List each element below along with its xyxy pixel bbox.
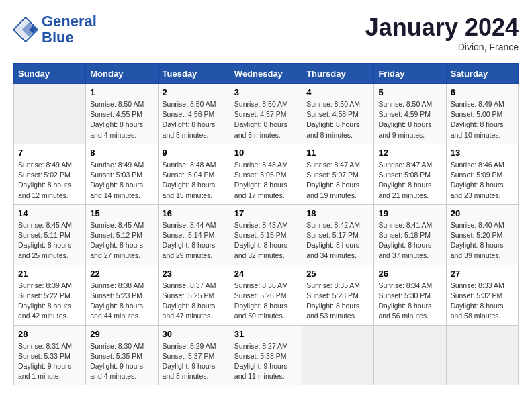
calendar-cell: 1 Sunrise: 8:50 AMSunset: 4:55 PMDayligh… — [86, 84, 158, 144]
day-info: Sunrise: 8:49 AMSunset: 5:03 PMDaylight:… — [90, 160, 153, 201]
week-row-1: 1 Sunrise: 8:50 AMSunset: 4:55 PMDayligh… — [14, 84, 519, 144]
day-info: Sunrise: 8:45 AMSunset: 5:11 PMDaylight:… — [18, 220, 81, 261]
calendar-cell: 2 Sunrise: 8:50 AMSunset: 4:56 PMDayligh… — [158, 84, 230, 144]
day-number: 29 — [90, 329, 153, 339]
day-number: 7 — [18, 148, 81, 158]
day-info: Sunrise: 8:33 AMSunset: 5:32 PMDaylight:… — [451, 281, 514, 322]
day-number: 9 — [163, 148, 226, 158]
calendar-cell: 10 Sunrise: 8:48 AMSunset: 5:05 PMDaylig… — [230, 144, 302, 204]
calendar-cell: 23 Sunrise: 8:37 AMSunset: 5:25 PMDaylig… — [158, 265, 230, 325]
day-number: 15 — [90, 208, 153, 218]
day-info: Sunrise: 8:48 AMSunset: 5:04 PMDaylight:… — [163, 160, 226, 201]
calendar-cell: 22 Sunrise: 8:38 AMSunset: 5:23 PMDaylig… — [86, 265, 158, 325]
day-info: Sunrise: 8:41 AMSunset: 5:18 PMDaylight:… — [378, 220, 441, 261]
location-subtitle: Divion, France — [365, 42, 519, 52]
day-info: Sunrise: 8:49 AMSunset: 5:00 PMDaylight:… — [451, 99, 514, 140]
day-number: 31 — [234, 329, 298, 339]
day-number: 1 — [90, 87, 153, 97]
title-area: January 2024 Divion, France — [365, 13, 519, 52]
day-info: Sunrise: 8:40 AMSunset: 5:20 PMDaylight:… — [451, 220, 514, 261]
day-number: 6 — [451, 87, 514, 97]
calendar-cell — [302, 325, 374, 385]
day-info: Sunrise: 8:30 AMSunset: 5:35 PMDaylight:… — [90, 341, 153, 382]
day-info: Sunrise: 8:29 AMSunset: 5:37 PMDaylight:… — [163, 341, 226, 382]
day-number: 30 — [163, 329, 226, 339]
day-number: 25 — [306, 269, 369, 279]
calendar-cell: 4 Sunrise: 8:50 AMSunset: 4:58 PMDayligh… — [302, 84, 374, 144]
day-number: 17 — [234, 208, 298, 218]
calendar-cell: 13 Sunrise: 8:46 AMSunset: 5:09 PMDaylig… — [446, 144, 518, 204]
calendar-cell: 8 Sunrise: 8:49 AMSunset: 5:03 PMDayligh… — [86, 144, 158, 204]
day-header-monday: Monday — [86, 64, 158, 84]
day-number: 27 — [451, 269, 514, 279]
day-number: 21 — [18, 269, 81, 279]
calendar-cell: 6 Sunrise: 8:49 AMSunset: 5:00 PMDayligh… — [446, 84, 518, 144]
week-row-3: 14 Sunrise: 8:45 AMSunset: 5:11 PMDaylig… — [14, 204, 519, 265]
calendar-cell: 18 Sunrise: 8:42 AMSunset: 5:17 PMDaylig… — [302, 204, 374, 265]
day-info: Sunrise: 8:42 AMSunset: 5:17 PMDaylight:… — [306, 220, 369, 261]
week-row-2: 7 Sunrise: 8:49 AMSunset: 5:02 PMDayligh… — [14, 144, 519, 204]
day-info: Sunrise: 8:49 AMSunset: 5:02 PMDaylight:… — [18, 160, 81, 201]
calendar-cell — [446, 325, 518, 385]
day-info: Sunrise: 8:27 AMSunset: 5:38 PMDaylight:… — [234, 341, 298, 382]
calendar-cell: 20 Sunrise: 8:40 AMSunset: 5:20 PMDaylig… — [446, 204, 518, 265]
day-number: 5 — [378, 87, 441, 97]
day-info: Sunrise: 8:36 AMSunset: 5:26 PMDaylight:… — [234, 281, 298, 322]
day-header-thursday: Thursday — [302, 64, 374, 84]
day-info: Sunrise: 8:38 AMSunset: 5:23 PMDaylight:… — [90, 281, 153, 322]
day-number: 2 — [163, 87, 226, 97]
calendar-cell: 14 Sunrise: 8:45 AMSunset: 5:11 PMDaylig… — [14, 204, 86, 265]
day-info: Sunrise: 8:35 AMSunset: 5:28 PMDaylight:… — [306, 281, 369, 322]
calendar-table: SundayMondayTuesdayWednesdayThursdayFrid… — [13, 63, 519, 385]
calendar-header-row: SundayMondayTuesdayWednesdayThursdayFrid… — [14, 64, 519, 84]
calendar-cell: 25 Sunrise: 8:35 AMSunset: 5:28 PMDaylig… — [302, 265, 374, 325]
day-number: 3 — [234, 87, 298, 97]
calendar-cell: 12 Sunrise: 8:47 AMSunset: 5:08 PMDaylig… — [374, 144, 446, 204]
day-header-sunday: Sunday — [14, 64, 86, 84]
day-info: Sunrise: 8:44 AMSunset: 5:14 PMDaylight:… — [163, 220, 226, 261]
calendar-cell: 5 Sunrise: 8:50 AMSunset: 4:59 PMDayligh… — [374, 84, 446, 144]
day-number: 26 — [378, 269, 441, 279]
calendar-cell: 3 Sunrise: 8:50 AMSunset: 4:57 PMDayligh… — [230, 84, 302, 144]
day-number: 18 — [306, 208, 369, 218]
calendar-cell: 15 Sunrise: 8:45 AMSunset: 5:12 PMDaylig… — [86, 204, 158, 265]
calendar-cell: 31 Sunrise: 8:27 AMSunset: 5:38 PMDaylig… — [230, 325, 302, 385]
day-header-saturday: Saturday — [446, 64, 518, 84]
header: General Blue January 2024 Divion, France — [13, 13, 519, 52]
day-number: 4 — [306, 87, 369, 97]
calendar-cell: 7 Sunrise: 8:49 AMSunset: 5:02 PMDayligh… — [14, 144, 86, 204]
day-number: 11 — [306, 148, 369, 158]
day-info: Sunrise: 8:50 AMSunset: 4:55 PMDaylight:… — [90, 99, 153, 140]
calendar-cell: 29 Sunrise: 8:30 AMSunset: 5:35 PMDaylig… — [86, 325, 158, 385]
day-info: Sunrise: 8:50 AMSunset: 4:59 PMDaylight:… — [378, 99, 441, 140]
day-header-friday: Friday — [374, 64, 446, 84]
logo: General Blue — [13, 13, 97, 46]
day-number: 13 — [451, 148, 514, 158]
day-number: 23 — [163, 269, 226, 279]
day-info: Sunrise: 8:34 AMSunset: 5:30 PMDaylight:… — [378, 281, 441, 322]
day-info: Sunrise: 8:39 AMSunset: 5:22 PMDaylight:… — [18, 281, 81, 322]
day-number: 10 — [234, 148, 298, 158]
day-info: Sunrise: 8:47 AMSunset: 5:08 PMDaylight:… — [378, 160, 441, 201]
day-header-tuesday: Tuesday — [158, 64, 230, 84]
day-number: 22 — [90, 269, 153, 279]
day-info: Sunrise: 8:47 AMSunset: 5:07 PMDaylight:… — [306, 160, 369, 201]
day-number: 12 — [378, 148, 441, 158]
day-info: Sunrise: 8:46 AMSunset: 5:09 PMDaylight:… — [451, 160, 514, 201]
calendar-cell: 28 Sunrise: 8:31 AMSunset: 5:33 PMDaylig… — [14, 325, 86, 385]
calendar-cell: 21 Sunrise: 8:39 AMSunset: 5:22 PMDaylig… — [14, 265, 86, 325]
day-number: 28 — [18, 329, 81, 339]
calendar-cell: 11 Sunrise: 8:47 AMSunset: 5:07 PMDaylig… — [302, 144, 374, 204]
logo-text: General Blue — [42, 13, 97, 46]
day-info: Sunrise: 8:37 AMSunset: 5:25 PMDaylight:… — [163, 281, 226, 322]
calendar-cell: 19 Sunrise: 8:41 AMSunset: 5:18 PMDaylig… — [374, 204, 446, 265]
logo-line1: General — [42, 13, 97, 30]
day-header-wednesday: Wednesday — [230, 64, 302, 84]
day-number: 20 — [451, 208, 514, 218]
day-info: Sunrise: 8:43 AMSunset: 5:15 PMDaylight:… — [234, 220, 298, 261]
day-info: Sunrise: 8:45 AMSunset: 5:12 PMDaylight:… — [90, 220, 153, 261]
calendar-cell: 17 Sunrise: 8:43 AMSunset: 5:15 PMDaylig… — [230, 204, 302, 265]
day-number: 24 — [234, 269, 298, 279]
week-row-4: 21 Sunrise: 8:39 AMSunset: 5:22 PMDaylig… — [14, 265, 519, 325]
day-info: Sunrise: 8:50 AMSunset: 4:56 PMDaylight:… — [163, 99, 226, 140]
